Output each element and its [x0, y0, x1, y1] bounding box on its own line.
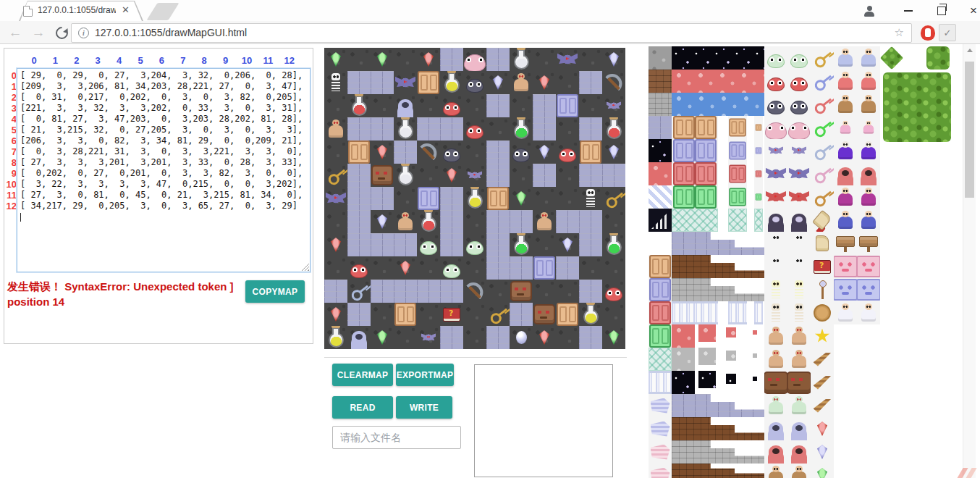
map-tile-skeleton[interactable]	[579, 187, 602, 210]
map-tile-floor-brick[interactable]	[440, 210, 463, 233]
palette-tile-gem-blue[interactable]	[811, 440, 834, 464]
map-tile-golem[interactable]	[533, 210, 556, 233]
palette-tile-skeleton-tan[interactable]	[764, 278, 787, 301]
map-tile-golem[interactable]	[510, 71, 533, 94]
map-tile-book-red[interactable]	[440, 303, 463, 326]
map-tile-floor-dark[interactable]	[579, 48, 602, 71]
palette-tile-wall-blue[interactable]	[857, 278, 880, 301]
palette-tile-key-gold[interactable]	[811, 46, 834, 70]
palette-tile-door-red[interactable]	[754, 162, 763, 185]
palette-tile-door-orange[interactable]	[649, 255, 672, 278]
map-tile-floor-dark[interactable]	[394, 187, 417, 210]
palette-tile-bg-cobble[interactable]	[649, 116, 672, 139]
palette-tile-skeleton-armor[interactable]	[787, 301, 811, 324]
map-tile-floor-dark[interactable]	[463, 210, 486, 233]
palette-tile-wall-pink[interactable]	[834, 255, 857, 278]
palette-tile-stone-face-big[interactable]	[764, 371, 787, 394]
palette-tile-king[interactable]	[834, 185, 857, 209]
palette-tile-bg-steps-brown[interactable]	[672, 464, 764, 478]
map-tile-bat-big[interactable]	[324, 187, 347, 210]
map-tile-floor-brick[interactable]	[510, 256, 533, 280]
map-tile-floor-dark[interactable]	[417, 94, 440, 117]
palette-tile-bg-gray-tex[interactable]	[672, 348, 695, 371]
palette-tile-bg-steps-brown[interactable]	[672, 417, 764, 440]
palette-tile-bg-red-tex[interactable]	[698, 324, 716, 342]
map-tile-floor-dark[interactable]	[533, 187, 556, 210]
palette-tile-bg-terrain-brown[interactable]	[649, 70, 672, 93]
map-tile-floor-dark[interactable]	[417, 303, 440, 326]
palette-tile-bg-steps-cobble[interactable]	[672, 232, 764, 255]
map-tile-floor-brick[interactable]	[347, 233, 371, 256]
map-tile-potion-white[interactable]	[394, 164, 417, 187]
map-tile-slime-red[interactable]	[440, 94, 463, 117]
palette-tile-bg-red-tex[interactable]	[649, 162, 672, 185]
palette-tile-star[interactable]	[811, 324, 834, 348]
palette-tile-bg-ice[interactable]	[728, 209, 747, 232]
palette-tile-prince[interactable]	[857, 209, 880, 232]
map-tile-pickaxe[interactable]	[417, 141, 440, 164]
palette-tile-slime-pink[interactable]	[787, 116, 811, 139]
tileset-palette[interactable]	[649, 46, 951, 478]
map-tile-slime-dark[interactable]	[440, 141, 463, 164]
map-tile-potion-yellow[interactable]	[324, 326, 347, 349]
map-tile-floor-brick[interactable]	[486, 94, 510, 117]
palette-tile-bg-gray-tex[interactable]	[753, 353, 757, 358]
map-tile-floor-brick[interactable]	[440, 233, 463, 256]
map-tile-floor-dark[interactable]	[533, 280, 556, 303]
map-tile-golem[interactable]	[324, 117, 347, 141]
palette-tile-monk-red[interactable]	[834, 70, 857, 93]
map-tile-floor-brick[interactable]	[533, 117, 556, 141]
map-tile-pickaxe[interactable]	[463, 280, 486, 303]
map-tile-potion-yellow[interactable]	[579, 303, 602, 326]
palette-tile-scroll[interactable]	[811, 232, 834, 255]
map-tile-floor-dark[interactable]	[371, 256, 394, 280]
palette-tile-bg-starfield[interactable]	[726, 374, 736, 384]
map-tile-slime-dark[interactable]	[510, 141, 533, 164]
map-tile-floor-brick[interactable]	[394, 141, 417, 164]
map-tile-key-gold[interactable]	[602, 187, 625, 210]
palette-tile-bg-water[interactable]	[672, 93, 764, 116]
palette-tile-bg-steps-cobble[interactable]	[672, 394, 764, 417]
map-tile-floor-brick[interactable]	[371, 187, 394, 210]
map-tile-floor-dark[interactable]	[463, 141, 486, 164]
palette-tile-golem[interactable]	[764, 324, 787, 348]
palette-tile-door-orange[interactable]	[754, 116, 763, 139]
map-tile-floor-brick[interactable]	[486, 210, 510, 233]
map-tile-floor-dark[interactable]	[486, 280, 510, 303]
palette-tile-scroll-ribbon[interactable]	[811, 209, 834, 232]
map-tile-slime-green[interactable]	[463, 233, 486, 256]
palette-tile-slime-pink[interactable]	[764, 116, 787, 139]
map-tile-door-orange[interactable]	[417, 71, 440, 94]
map-tile-floor-brick[interactable]	[371, 71, 394, 94]
map-tile-gem-red[interactable]	[324, 303, 347, 326]
map-tile-floor-brick[interactable]	[602, 164, 625, 187]
map-tile-floor-dark[interactable]	[579, 94, 602, 117]
extension-red-icon[interactable]	[919, 24, 937, 41]
palette-tile-barbarian[interactable]	[834, 93, 857, 116]
palette-tile-skeleton[interactable]	[764, 232, 787, 255]
palette-tile-golem-shield[interactable]	[764, 348, 787, 371]
map-tile-door-orange[interactable]	[486, 187, 510, 210]
map-tile-slime-green[interactable]	[440, 256, 463, 280]
palette-tile-skeleton[interactable]	[787, 232, 811, 255]
map-tile-gem-red[interactable]	[440, 164, 463, 187]
palette-tile-bat-small[interactable]	[787, 139, 811, 162]
scrollbar-thumb[interactable]	[965, 62, 974, 198]
map-tile-floor-brick[interactable]	[533, 164, 556, 187]
palette-tile-wing-blue[interactable]	[649, 417, 672, 440]
palette-tile-bat-red[interactable]	[764, 185, 787, 209]
map-tile-floor-dark[interactable]	[602, 210, 625, 233]
map-tile-stone-face[interactable]	[533, 303, 556, 326]
map-tile-floor-dark[interactable]	[417, 164, 440, 187]
palette-tile-wing-pink[interactable]	[649, 464, 672, 478]
palette-tile-wall-pink[interactable]	[857, 255, 880, 278]
palette-tile-bg-starfield[interactable]	[649, 139, 672, 162]
palette-tile-wing-blue[interactable]	[649, 394, 672, 417]
map-tile-floor-brick[interactable]	[579, 233, 602, 256]
map-tile-gem-blue[interactable]	[486, 71, 510, 94]
map-tile-gem-green[interactable]	[371, 326, 394, 349]
map-tile-floor-dark[interactable]	[463, 303, 486, 326]
map-tile-gem-blue[interactable]	[371, 210, 394, 233]
map-tile-floor-brick[interactable]	[371, 280, 394, 303]
map-tile-floor-brick[interactable]	[440, 326, 463, 349]
